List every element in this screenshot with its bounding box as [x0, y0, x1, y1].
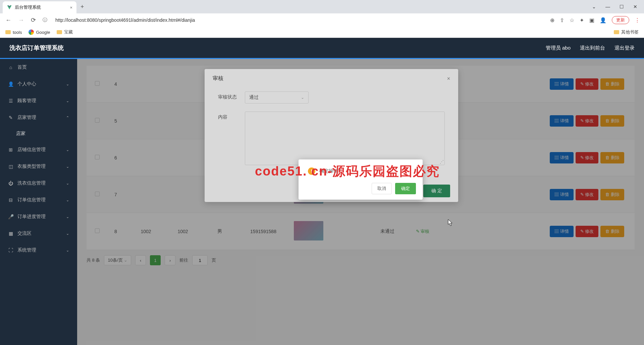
info-icon[interactable]: ⓘ	[41, 16, 49, 24]
chevron-down-icon: ⌄	[66, 198, 69, 202]
close-tab-icon[interactable]: ×	[70, 5, 72, 10]
sidebar-item-system[interactable]: ⛶系统管理⌄	[0, 242, 77, 259]
address-bar: ← → ⟳ ⓘ ⊕ ⇪ ☆ ✦ ▣ 👤 更新 ⋮	[0, 13, 644, 27]
minimize-icon[interactable]: —	[605, 4, 610, 9]
chevron-up-icon: ⌃	[66, 116, 69, 120]
confirm-cancel-button[interactable]: 取消	[372, 183, 392, 194]
chevron-down-icon: ⌄	[66, 99, 69, 103]
sidebar-item-shop-mgmt[interactable]: ✎店家管理⌃	[0, 109, 77, 126]
bookmarks-bar: tools Google 宝藏 其他书签	[0, 27, 644, 38]
topbar: 洗衣店订单管理系统 管理员 abo 退出到前台 退出登录	[0, 38, 644, 58]
tab-bar: 后台管理系统 × + ⌄ — ☐ ✕	[0, 0, 644, 13]
chevron-down-icon: ⌄	[66, 164, 69, 169]
folder-icon	[57, 30, 62, 34]
update-button[interactable]: 更新	[612, 16, 629, 24]
confirm-dialog: ! 确定操作? 取消 确定	[299, 159, 423, 200]
chevron-down-icon: ⌄	[66, 148, 69, 152]
wash-icon: ⏻	[8, 181, 13, 186]
tab-title: 后台管理系统	[15, 4, 41, 10]
bookmark-other[interactable]: 其他书签	[614, 29, 639, 35]
sidebar-item-customer[interactable]: ☰顾客管理⌄	[0, 92, 77, 109]
chevron-down-icon: ⌄	[66, 215, 69, 219]
menu-icon[interactable]: ⋮	[635, 17, 640, 23]
forum-icon: ▦	[8, 231, 13, 236]
close-window-icon[interactable]: ✕	[633, 4, 637, 9]
chevron-down-icon: ⌄	[66, 248, 69, 253]
logout[interactable]: 退出登录	[614, 45, 635, 51]
home-icon: ⌂	[8, 65, 13, 70]
sidebar-item-clothes-type[interactable]: ◫衣服类型管理⌄	[0, 158, 77, 175]
app-title: 洗衣店订单管理系统	[9, 44, 64, 52]
maximize-icon[interactable]: ☐	[620, 4, 624, 9]
zoom-icon[interactable]: ⊕	[550, 17, 554, 23]
bookmark-tools[interactable]: tools	[5, 30, 22, 35]
extensions-icon[interactable]: ✦	[580, 17, 584, 23]
warning-icon: !	[308, 167, 315, 175]
progress-icon: 🎤	[8, 214, 13, 219]
sidebar-item-personal[interactable]: 👤个人中心⌄	[0, 76, 77, 92]
profile-icon[interactable]: 👤	[600, 17, 606, 23]
chevron-down-icon: ⌄	[66, 82, 69, 86]
share-icon[interactable]: ⇪	[560, 17, 564, 23]
shop-icon: ✎	[8, 115, 13, 120]
chevron-down-icon: ⌄	[66, 231, 69, 236]
sidebar-item-order-info[interactable]: ⊟订单信息管理⌄	[0, 192, 77, 208]
reload-button[interactable]: ⟳	[30, 15, 37, 25]
star-icon[interactable]: ☆	[570, 17, 574, 23]
sidebar-item-home[interactable]: ⌂首页	[0, 59, 77, 76]
admin-label[interactable]: 管理员 abo	[546, 45, 571, 51]
window-controls: ⌄ — ☐ ✕	[592, 4, 644, 9]
user-icon: 👤	[8, 81, 13, 87]
browser-tab[interactable]: 后台管理系统 ×	[3, 1, 76, 13]
back-button[interactable]: ←	[4, 15, 13, 25]
info-icon: ⊞	[8, 147, 13, 152]
folder-icon	[614, 30, 619, 34]
sidebar-item-order-progress[interactable]: 🎤订单进度管理⌄	[0, 208, 77, 225]
customer-icon: ☰	[8, 98, 13, 104]
confirm-mask: ! 确定操作? 取消 确定	[77, 59, 644, 345]
bookmark-google[interactable]: Google	[29, 29, 50, 35]
sidebar: ⌂首页 👤个人中心⌄ ☰顾客管理⌄ ✎店家管理⌃ 店家 ⊞店铺信息管理⌄ ◫衣服…	[0, 59, 77, 345]
new-tab-button[interactable]: +	[80, 3, 84, 10]
type-icon: ◫	[8, 164, 13, 169]
browser-chrome: 后台管理系统 × + ⌄ — ☐ ✕ ← → ⟳ ⓘ ⊕ ⇪ ☆ ✦ ▣ 👤 更…	[0, 0, 644, 38]
order-icon: ⊟	[8, 197, 13, 203]
confirm-ok-button[interactable]: 确定	[395, 183, 416, 194]
forward-button: →	[17, 15, 25, 25]
sidebar-subitem-shop[interactable]: 店家	[0, 126, 77, 141]
vue-icon	[7, 5, 12, 10]
dropdown-icon[interactable]: ⌄	[592, 4, 596, 9]
content-area: 4✎ 审核▤ 详情✎ 修改🗑 删除5✎ 审核▤ 详情✎ 修改🗑 删除6✎ 审核▤…	[77, 59, 644, 345]
sidebar-item-shop-info[interactable]: ⊞店铺信息管理⌄	[0, 141, 77, 158]
bookmark-baozang[interactable]: 宝藏	[57, 29, 73, 35]
app-root: 洗衣店订单管理系统 管理员 abo 退出到前台 退出登录 ⌂首页 👤个人中心⌄ …	[0, 38, 644, 345]
url-input[interactable]	[53, 15, 546, 25]
sidepanel-icon[interactable]: ▣	[589, 17, 594, 23]
folder-icon	[5, 30, 11, 34]
confirm-message: 确定操作?	[319, 168, 341, 174]
chevron-down-icon: ⌄	[66, 181, 69, 186]
exit-to-front[interactable]: 退出到前台	[580, 45, 605, 51]
google-icon	[29, 29, 34, 35]
sidebar-item-wash-info[interactable]: ⏻洗衣信息管理⌄	[0, 175, 77, 192]
sidebar-item-forum[interactable]: ▦交流区⌄	[0, 225, 77, 242]
system-icon: ⛶	[8, 248, 13, 253]
